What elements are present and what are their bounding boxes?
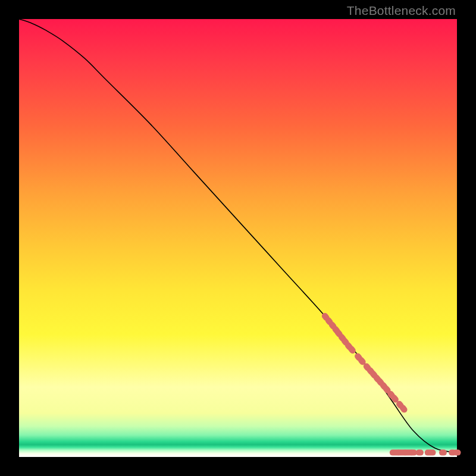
data-point [428,450,436,456]
chart-container: TheBottleneck.com [0,0,476,476]
watermark-label: TheBottleneck.com [347,4,456,18]
chart-svg [19,19,457,457]
data-point [453,450,461,456]
data-point [439,450,447,456]
plot-area [19,19,457,457]
data-point [416,450,424,456]
scatter-points [321,312,461,456]
bottleneck-curve [19,19,457,453]
